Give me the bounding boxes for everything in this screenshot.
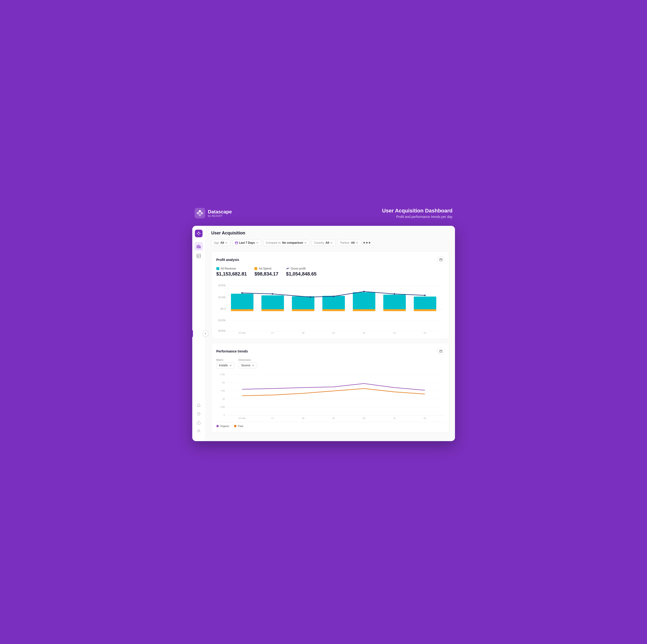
legend-organic: Organic [216, 425, 229, 428]
svg-rect-28 [231, 294, 254, 309]
performance-chart-svg: 2.5k 2k 1.5k 1k 0.5k 0 [216, 372, 444, 420]
chevron-down-icon [225, 241, 228, 244]
metric-control: Metric Installs [216, 359, 235, 369]
svg-text:2.5k: 2.5k [220, 373, 225, 375]
svg-point-45 [333, 296, 334, 297]
performance-trends-section: Performance trends Metric Installs [211, 343, 449, 433]
svg-text:$100k: $100k [218, 296, 226, 299]
svg-rect-10 [235, 242, 238, 244]
svg-rect-34 [322, 296, 345, 309]
dashboard-title-area: User Acquisition Dashboard Profit and pe… [382, 208, 452, 219]
svg-point-42 [241, 292, 243, 294]
svg-text:0.5k: 0.5k [220, 405, 225, 408]
profit-analysis-section: Profit analysis All Revenue [211, 251, 449, 339]
svg-text:0: 0 [223, 414, 225, 416]
svg-text:2k: 2k [222, 381, 225, 384]
country-filter[interactable]: Country All [311, 240, 336, 246]
sidebar-nav [195, 242, 203, 399]
calendar-icon [235, 241, 238, 244]
svg-text:17: 17 [271, 331, 274, 334]
sidebar-item-chart[interactable] [195, 242, 203, 251]
share-icon[interactable] [195, 419, 202, 426]
svg-text:16 Mar: 16 Mar [238, 331, 246, 334]
svg-text:22: 22 [423, 331, 426, 334]
profit-legend: All Revenue $1,153,682.81 Ad Spend $98,8… [216, 267, 444, 277]
organic-color [216, 425, 219, 427]
svg-point-17 [287, 268, 288, 269]
svg-text:-$200k: -$200k [217, 329, 226, 332]
svg-rect-33 [292, 309, 314, 311]
dashboard-title: User Acquisition Dashboard [382, 208, 452, 214]
svg-text:17: 17 [271, 417, 274, 419]
svg-point-46 [363, 291, 365, 292]
svg-text:19: 19 [332, 331, 335, 334]
svg-rect-32 [292, 296, 314, 309]
revenue-color-indicator [216, 267, 219, 270]
perf-section-header: Performance trends [216, 348, 444, 355]
svg-text:21: 21 [393, 417, 396, 419]
partner-filter[interactable]: Partner All [338, 240, 361, 246]
legend-gross: Gross profit $1,054,848.65 [286, 267, 317, 277]
notification-icon[interactable] [195, 402, 202, 409]
dimension-label: Dimension [238, 359, 257, 361]
brand-name: Datascape [208, 209, 232, 214]
logo-area: Datascape by ADJUST [195, 208, 232, 218]
dashboard-subtitle: Profit and performance trends per day [382, 215, 452, 219]
svg-rect-4 [197, 254, 201, 258]
svg-rect-3 [200, 246, 201, 248]
metric-select[interactable]: Installs [216, 362, 235, 369]
legend-paid: Paid [234, 425, 243, 428]
compare-filter-label: Compare to [266, 241, 281, 245]
sidebar [192, 226, 206, 441]
legend-adspend: Ad Spend $98,834.17 [255, 267, 278, 277]
svg-text:$0.0: $0.0 [220, 308, 226, 310]
svg-rect-1 [197, 246, 198, 248]
clock-icon[interactable] [195, 410, 202, 417]
dimension-select[interactable]: Source [238, 362, 257, 369]
country-filter-value: All [326, 241, 329, 245]
svg-rect-38 [383, 295, 406, 309]
svg-text:$200k: $200k [218, 284, 226, 287]
adspend-color-indicator [255, 267, 257, 270]
svg-rect-30 [261, 295, 284, 309]
user-icon[interactable] [195, 428, 202, 435]
adspend-value: $98,834.17 [255, 271, 278, 277]
svg-point-9 [198, 430, 200, 431]
sidebar-bottom [195, 402, 202, 437]
brand-sub: by ADJUST [208, 214, 232, 217]
perf-export-button[interactable] [438, 348, 444, 355]
adspend-label: Ad Spend [259, 267, 271, 270]
svg-rect-31 [261, 309, 284, 311]
svg-point-16 [369, 242, 370, 244]
svg-rect-2 [198, 245, 199, 248]
chevron-down-icon [330, 241, 333, 244]
sidebar-collapse-button[interactable] [203, 331, 208, 336]
partner-filter-label: Partner [340, 241, 349, 245]
gross-value: $1,054,848.65 [286, 271, 317, 277]
more-filters-button[interactable] [363, 239, 371, 247]
svg-text:22: 22 [423, 417, 426, 419]
profit-section-header: Profit analysis [216, 256, 444, 263]
compare-filter-value: No comparison [282, 241, 303, 245]
date-filter[interactable]: Last 7 Days [232, 240, 261, 246]
svg-text:-$100k: -$100k [217, 319, 226, 322]
date-filter-value: Last 7 Days [239, 241, 255, 245]
dimension-select-value: Source [241, 364, 250, 367]
performance-chart: 2.5k 2k 1.5k 1k 0.5k 0 [216, 372, 444, 420]
gross-label: Gross profit [291, 267, 306, 270]
svg-point-43 [272, 293, 273, 295]
compare-filter[interactable]: Compare to No comparison [263, 240, 309, 246]
perf-controls: Metric Installs Dimension Source [216, 359, 444, 369]
chevron-down-icon [256, 241, 259, 244]
profit-chart-svg: $200k $100k $0.0 -$100k -$200k [216, 281, 444, 334]
app-filter[interactable]: App All [211, 240, 231, 246]
gross-line-indicator [286, 267, 289, 270]
metric-select-value: Installs [219, 364, 228, 367]
filter-bar: App All Last 7 Days Compare to [211, 239, 449, 247]
main-content: User Acquisition App All Last 7 Days [206, 226, 455, 441]
organic-label: Organic [220, 425, 229, 428]
svg-rect-35 [322, 309, 345, 311]
profit-export-button[interactable] [438, 256, 444, 263]
sidebar-item-table[interactable] [195, 252, 203, 260]
profit-chart: $200k $100k $0.0 -$100k -$200k [216, 281, 444, 334]
